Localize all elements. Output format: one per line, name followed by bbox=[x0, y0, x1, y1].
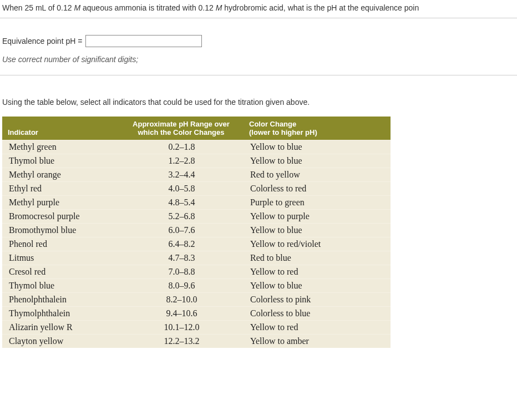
indicator-name: Ethyl red bbox=[2, 182, 119, 196]
table-row[interactable]: Ethyl red4.0–5.8Colorless to red bbox=[2, 182, 391, 196]
answer-section: Equivalence point pH = Use correct numbe… bbox=[0, 18, 517, 75]
indicator-range: 8.2–10.0 bbox=[119, 293, 244, 307]
indicator-name: Thymol blue bbox=[2, 154, 119, 168]
indicator-color-change: Yellow to amber bbox=[244, 335, 391, 348]
indicator-name: Phenol red bbox=[2, 237, 119, 251]
table-row[interactable]: Methyl orange3.2–4.4Red to yellow bbox=[2, 168, 391, 182]
table-row[interactable]: Thymolphthalein9.4–10.6Colorless to blue bbox=[2, 307, 391, 321]
indicator-name: Clayton yellow bbox=[2, 335, 119, 348]
indicator-range: 12.2–13.2 bbox=[119, 335, 244, 348]
indicator-range: 5.2–6.8 bbox=[119, 210, 244, 224]
indicator-color-change: Red to yellow bbox=[244, 168, 391, 182]
indicator-color-change: Yellow to blue bbox=[244, 279, 391, 293]
indicator-color-change: Yellow to red bbox=[244, 321, 391, 335]
table-header-row: Indicator Approximate pH Range over whic… bbox=[2, 117, 391, 140]
table-row[interactable]: Methyl green0.2–1.8Yellow to blue bbox=[2, 140, 391, 154]
indicator-range: 10.1–12.0 bbox=[119, 321, 244, 335]
question-part-1: When 25 mL of 0.12 bbox=[2, 3, 74, 12]
indicator-color-change: Yellow to red bbox=[244, 265, 391, 279]
table-row[interactable]: Methyl purple4.8–5.4Purple to green bbox=[2, 196, 391, 210]
molarity-symbol-1: M bbox=[74, 3, 80, 12]
table-row[interactable]: Bromocresol purple5.2–6.8Yellow to purpl… bbox=[2, 210, 391, 224]
indicator-color-change: Colorless to pink bbox=[244, 293, 391, 307]
indicator-range: 9.4–10.6 bbox=[119, 307, 244, 321]
indicator-color-change: Yellow to purple bbox=[244, 210, 391, 224]
indicator-color-change: Yellow to blue bbox=[244, 224, 391, 237]
indicator-color-change: Colorless to blue bbox=[244, 307, 391, 321]
header-change-line2: (lower to higher pH) bbox=[249, 128, 385, 136]
table-row[interactable]: Thymol blue1.2–2.8Yellow to blue bbox=[2, 154, 391, 168]
table-row[interactable]: Cresol red7.0–8.8Yellow to red bbox=[2, 265, 391, 279]
indicator-color-change: Red to blue bbox=[244, 251, 391, 265]
indicator-color-change: Yellow to blue bbox=[244, 154, 391, 168]
indicator-name: Thymolphthalein bbox=[2, 307, 119, 321]
indicator-range: 4.0–5.8 bbox=[119, 182, 244, 196]
header-indicator: Indicator bbox=[2, 117, 119, 140]
table-row[interactable]: Bromothymol blue6.0–7.6Yellow to blue bbox=[2, 224, 391, 237]
indicator-table: Indicator Approximate pH Range over whic… bbox=[2, 117, 391, 348]
equivalence-ph-input[interactable] bbox=[85, 35, 202, 47]
indicator-table-wrap: Indicator Approximate pH Range over whic… bbox=[0, 117, 517, 359]
table-row[interactable]: Clayton yellow12.2–13.2Yellow to amber bbox=[2, 335, 391, 348]
indicator-name: Thymol blue bbox=[2, 279, 119, 293]
indicator-color-change: Yellow to blue bbox=[244, 140, 391, 154]
indicator-range: 1.2–2.8 bbox=[119, 154, 244, 168]
indicator-range: 6.4–8.2 bbox=[119, 237, 244, 251]
header-range-line1: Approximate pH Range over bbox=[124, 120, 238, 128]
header-range-line2: which the Color Changes bbox=[124, 128, 238, 136]
indicator-name: Methyl orange bbox=[2, 168, 119, 182]
indicator-range: 4.8–5.4 bbox=[119, 196, 244, 210]
question-part-3: hydrobromic acid, what is the pH at the … bbox=[222, 3, 419, 12]
indicator-name: Bromothymol blue bbox=[2, 224, 119, 237]
table-row[interactable]: Thymol blue8.0–9.6Yellow to blue bbox=[2, 279, 391, 293]
indicator-color-change: Purple to green bbox=[244, 196, 391, 210]
indicator-range: 3.2–4.4 bbox=[119, 168, 244, 182]
indicator-name: Methyl green bbox=[2, 140, 119, 154]
indicator-range: 0.2–1.8 bbox=[119, 140, 244, 154]
answer-line: Equivalence point pH = bbox=[2, 35, 515, 47]
indicator-name: Phenolphthalein bbox=[2, 293, 119, 307]
indicator-color-change: Yellow to red/violet bbox=[244, 237, 391, 251]
indicator-name: Cresol red bbox=[2, 265, 119, 279]
table-row[interactable]: Alizarin yellow R10.1–12.0Yellow to red bbox=[2, 321, 391, 335]
question-text: When 25 mL of 0.12 M aqueous ammonia is … bbox=[0, 0, 517, 18]
indicator-range: 8.0–9.6 bbox=[119, 279, 244, 293]
header-change-line1: Color Change bbox=[249, 120, 385, 128]
indicator-range: 7.0–8.8 bbox=[119, 265, 244, 279]
indicator-table-body: Methyl green0.2–1.8Yellow to blueThymol … bbox=[2, 140, 391, 348]
molarity-symbol-2: M bbox=[216, 3, 222, 12]
indicator-name: Litmus bbox=[2, 251, 119, 265]
question-part-2: aqueous ammonia is titrated with 0.12 bbox=[80, 3, 216, 12]
header-range: Approximate pH Range over which the Colo… bbox=[119, 117, 244, 140]
indicator-name: Methyl purple bbox=[2, 196, 119, 210]
table-row[interactable]: Litmus4.7–8.3Red to blue bbox=[2, 251, 391, 265]
indicator-name: Bromocresol purple bbox=[2, 210, 119, 224]
indicator-range: 6.0–7.6 bbox=[119, 224, 244, 237]
indicator-range: 4.7–8.3 bbox=[119, 251, 244, 265]
table-instructions: Using the table below, select all indica… bbox=[0, 75, 517, 117]
table-row[interactable]: Phenol red6.4–8.2Yellow to red/violet bbox=[2, 237, 391, 251]
indicator-color-change: Colorless to red bbox=[244, 182, 391, 196]
answer-label: Equivalence point pH = bbox=[2, 37, 82, 45]
sig-digits-hint: Use correct number of significant digits… bbox=[2, 55, 515, 64]
indicator-name: Alizarin yellow R bbox=[2, 321, 119, 335]
table-row[interactable]: Phenolphthalein8.2–10.0Colorless to pink bbox=[2, 293, 391, 307]
header-change: Color Change (lower to higher pH) bbox=[244, 117, 391, 140]
